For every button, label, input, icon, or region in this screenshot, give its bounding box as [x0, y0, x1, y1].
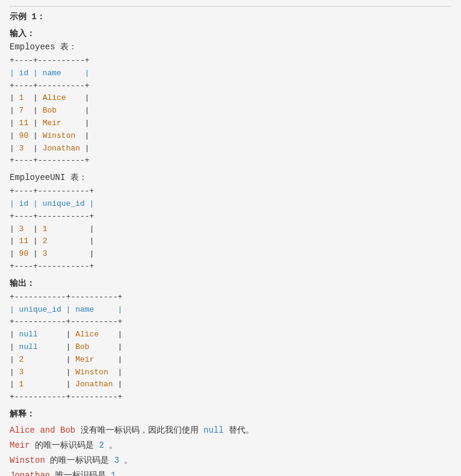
input-label: 输入：: [10, 28, 451, 39]
explanation-line-4: Jonathan 唯一标识码是 1 。: [10, 468, 451, 476]
employees-header: | id | name |: [10, 69, 90, 78]
employeeuni-border-top: +----+-----------+: [10, 187, 94, 196]
employees-border-mid: +----+----------+: [10, 81, 90, 90]
employees-table-name: Employees 表：: [10, 42, 451, 52]
employees-row-2: | 7 | Bob |: [10, 106, 90, 115]
output-table: +-----------+----------+ | unique_id | n…: [10, 291, 451, 404]
employeeuni-row-3: | 90 | 3 |: [10, 249, 94, 258]
output-border-top: +-----------+----------+: [10, 292, 122, 301]
explanation-label: 解释：: [10, 409, 451, 419]
winston-highlight: Winston: [10, 456, 45, 465]
employees-border-top: +----+----------+: [10, 56, 90, 65]
output-header: | unique_id | name |: [10, 305, 122, 314]
meir-highlight: Meir: [10, 440, 30, 450]
explanation-line-1: Alice and Bob 没有唯一标识码，因此我们使用 null 替代。: [10, 423, 451, 438]
winston-id-highlight: 3: [114, 456, 119, 465]
employees-row-1: | 1 | Alice |: [10, 93, 90, 102]
explanation-block: Alice and Bob 没有唯一标识码，因此我们使用 null 替代。 Me…: [10, 423, 451, 476]
main-container: 示例 1： 输入： Employees 表： +----+----------+…: [0, 0, 461, 476]
output-row-3: | 2 | Meir |: [10, 355, 122, 364]
output-row-1: | null | Alice |: [10, 330, 122, 339]
employeeuni-table: +----+-----------+ | id | unique_id | +-…: [10, 185, 451, 273]
null-highlight-1: null: [203, 425, 224, 435]
employees-table: +----+----------+ | id | name | +----+--…: [10, 55, 451, 167]
employeeuni-border-mid: +----+-----------+: [10, 212, 94, 221]
output-row-4: | 3 | Winston |: [10, 368, 122, 377]
explanation-line-3: Winston 的唯一标识码是 3 。: [10, 453, 451, 468]
employees-row-5: | 3 | Jonathan |: [10, 144, 90, 153]
output-label: 输出：: [10, 278, 451, 289]
output-row-2: | null | Bob |: [10, 342, 122, 351]
employees-row-3: | 11 | Meir |: [10, 119, 90, 128]
explanation-line-2: Meir 的唯一标识码是 2 。: [10, 438, 451, 453]
employeeuni-row-1: | 3 | 1 |: [10, 224, 94, 233]
employeeuni-row-2: | 11 | 2 |: [10, 236, 94, 246]
employeeuni-table-name: EmployeeUNI 表：: [10, 172, 451, 183]
employees-border-bot: +----+----------+: [10, 156, 90, 165]
output-row-5: | 1 | Jonathan |: [10, 380, 122, 389]
employeeuni-border-bot: +----+-----------+: [10, 262, 94, 271]
output-border-mid: +-----------+----------+: [10, 317, 122, 326]
output-border-bot: +-----------+----------+: [10, 392, 122, 401]
meir-id-highlight: 2: [99, 440, 104, 450]
employees-row-4: | 90 | Winston |: [10, 131, 90, 140]
employeeuni-header: | id | unique_id |: [10, 199, 94, 208]
alice-bob-highlight: Alice and Bob: [10, 425, 75, 435]
example-title: 示例 1：: [10, 6, 451, 22]
jonathan-highlight: Jonathan: [10, 471, 50, 476]
